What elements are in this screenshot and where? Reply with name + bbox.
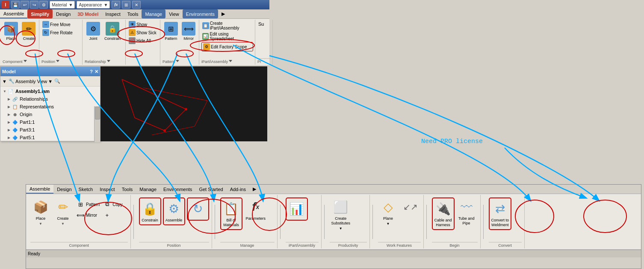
bottom-place-arrow[interactable]: ▼ <box>39 222 42 226</box>
model-scrollbar[interactable] <box>94 106 100 142</box>
component-dropdown-arrow[interactable] <box>24 60 27 63</box>
close-panel-btn[interactable]: ✕ <box>132 1 141 9</box>
bottom-create-btn[interactable]: ✏ Create ▼ <box>53 197 73 227</box>
model-panel-close[interactable]: ✕ <box>95 69 98 75</box>
bottom-create-substitutes-btn[interactable]: ⬜ CreateSubstitutes ▼ <box>330 197 352 231</box>
expand-rel[interactable]: ▶ <box>6 96 12 102</box>
bottom-plane-arrow[interactable]: ▼ <box>387 222 390 226</box>
bottom-params-btn[interactable]: fx Parameters <box>244 197 268 222</box>
ipart-stack: 📋 Create iPart/iAssembly 📊 Edit using Sp… <box>201 21 253 51</box>
pattern-dropdown-arrow[interactable] <box>176 60 179 63</box>
position-dropdown-arrow[interactable] <box>56 60 59 63</box>
bottom-create-arrow[interactable]: ▼ <box>61 222 65 226</box>
bottom-menu-design[interactable]: Design <box>53 185 75 194</box>
redo-btn[interactable]: ↪ <box>30 1 38 9</box>
tree-item-part5[interactable]: ▶ 🔷 Part5:1 <box>1 134 99 141</box>
expand-btn[interactable]: ⊞ <box>122 1 130 9</box>
bottom-menu-sketch[interactable]: Sketch <box>75 185 97 194</box>
bottom-assemble-btn[interactable]: ⚙ Assemble <box>163 197 185 225</box>
show-sick-btn[interactable]: ⚠ Show Sick <box>128 29 157 36</box>
tree-item-relationships[interactable]: ▶ 🔗 Relationships <box>1 95 99 103</box>
view-selector[interactable]: 🔧 Assembly View ▼ <box>9 78 53 84</box>
edit-factory-scope-btn[interactable]: ⚙ Edit Factory Scope <box>201 42 253 51</box>
tree-item-part3[interactable]: ▶ 🔷 Part3:1 <box>1 126 99 134</box>
menu-design[interactable]: Design <box>53 9 74 18</box>
expand-repr[interactable]: ▶ <box>6 104 12 109</box>
bottom-menu-assemble[interactable]: Assemble <box>26 185 53 194</box>
bottom-menu-get-started[interactable]: Get Started <box>195 185 226 194</box>
edit-spreadsheet-btn[interactable]: 📊 Edit using Spreadsheet <box>201 31 253 42</box>
bottom-pos-extra1-btn[interactable]: ↻ <box>187 197 209 221</box>
model-panel-expand[interactable]: ? <box>90 69 93 74</box>
bottom-copy-sm-btn[interactable]: ⧉ Copy <box>101 199 127 209</box>
expand-part5[interactable]: ▶ <box>6 135 12 140</box>
bottom-extra-sm-btn[interactable]: + <box>101 210 127 220</box>
pattern-footer[interactable]: Pattern <box>162 60 197 64</box>
bottom-convert-weldment-btn[interactable]: ⇄ Convert toWeldment <box>489 197 512 230</box>
expand-root[interactable]: ▼ <box>2 89 7 94</box>
bottom-mirror-sm-btn[interactable]: ⟺ Mirror <box>75 210 101 220</box>
expand-origin[interactable]: ▶ <box>6 112 12 117</box>
material-dropdown[interactable]: Material▼ <box>50 1 75 9</box>
tool-btn1[interactable]: ⚙ <box>39 1 48 9</box>
create-ipart-btn[interactable]: 📋 Create iPart/iAssembly <box>201 21 253 31</box>
ipart-footer[interactable]: iPart/iAssembly <box>201 60 253 64</box>
fx-btn[interactable]: fx <box>112 1 120 9</box>
pattern-btn[interactable]: ⊞ Pattern <box>162 21 180 42</box>
scrollbar-thumb[interactable] <box>95 107 100 120</box>
bottom-constrain-btn[interactable]: 🔒 Constrain <box>139 197 161 225</box>
undo-btn[interactable]: ↩ <box>21 1 29 9</box>
menu-3dmodel[interactable]: 3D Model <box>74 9 102 18</box>
bottom-menu-inspect[interactable]: Inspect <box>96 185 118 194</box>
tree-item-part1[interactable]: ▶ 🔷 Part1:1 <box>1 118 99 126</box>
constrain-btn[interactable]: 🔒 Constrain <box>103 21 123 42</box>
position-footer[interactable]: Position <box>41 60 80 64</box>
create-btn[interactable]: ✏ Create <box>21 21 38 42</box>
search-btn[interactable]: 🔍 <box>54 78 60 84</box>
menu-environments[interactable]: Environments <box>183 9 218 18</box>
expand-part3[interactable]: ▶ <box>6 127 12 132</box>
menu-simplify[interactable]: Simplify <box>27 9 53 18</box>
bottom-place-btn[interactable]: 📦 Place ▼ <box>30 197 51 227</box>
tree-item-representations[interactable]: ▶ 📋 Representations <box>1 103 99 111</box>
appearance-dropdown[interactable]: Appearance▼ <box>77 1 110 9</box>
menu-more[interactable]: ▶ <box>218 9 228 18</box>
bottom-bom-btn[interactable]: 📋 Bill ofMaterials <box>220 197 242 230</box>
relationship-footer[interactable]: Relationship <box>85 60 124 64</box>
bottom-tube-btn[interactable]: 〰 Tube andPipe <box>456 197 477 227</box>
save-btn[interactable]: 💾 <box>11 1 20 9</box>
bottom-menu-manage[interactable]: Manage <box>136 185 160 194</box>
filter-btn[interactable]: ▼ <box>2 79 7 84</box>
ipart-dropdown-arrow[interactable] <box>229 60 232 63</box>
free-move-btn[interactable]: ↔ Free Move <box>41 21 74 28</box>
joint-btn[interactable]: ⚙ Joint <box>85 21 102 42</box>
expand-part1[interactable]: ▶ <box>6 120 12 125</box>
bottom-create-subs-arrow[interactable]: ▼ <box>339 227 343 230</box>
show-btn[interactable]: 👁 Show <box>128 21 157 28</box>
bottom-wf-extra-btn[interactable]: ↙↗ <box>400 197 421 216</box>
relationship-dropdown-arrow[interactable] <box>107 60 110 63</box>
view-dropdown-arrow[interactable]: ▼ <box>48 79 53 84</box>
mirror-btn[interactable]: ⟺ Mirror <box>180 21 198 42</box>
component-footer[interactable]: Component <box>3 60 37 64</box>
bottom-menu-environments[interactable]: Environments <box>160 185 195 194</box>
bottom-ipart-btn[interactable]: 📊 <box>286 197 308 221</box>
tree-item-origin[interactable]: ▶ ⊕ Origin <box>1 111 99 118</box>
bottom-cable-btn[interactable]: 🔌 Cable andHarness <box>432 197 455 230</box>
place-btn[interactable]: 📦 Place <box>3 21 20 42</box>
bottom-pattern-sm-btn[interactable]: ⊞ Pattern <box>75 199 101 209</box>
menu-inspect[interactable]: Inspect <box>102 9 124 18</box>
free-rotate-btn[interactable]: ↻ Free Rotate <box>41 29 74 36</box>
menu-manage[interactable]: Manage <box>142 9 165 18</box>
hide-all-btn[interactable]: 🚫 Hide All <box>128 37 157 45</box>
pro-license-text: Need PRO license <box>421 138 483 145</box>
bottom-menu-more[interactable]: ▶ <box>249 185 260 194</box>
bottom-menu-addins[interactable]: Add-ins <box>227 185 249 194</box>
menu-view[interactable]: View <box>165 9 183 18</box>
tree-item-root[interactable]: ▼ 📄 Assembly1.iam <box>1 87 99 95</box>
viewport[interactable] <box>100 66 267 141</box>
menu-tools[interactable]: Tools <box>124 9 142 18</box>
menu-assemble[interactable]: Assemble <box>0 9 27 18</box>
bottom-plane-btn[interactable]: ◇ Plane ▼ <box>378 197 399 227</box>
bottom-menu-tools[interactable]: Tools <box>118 185 136 194</box>
